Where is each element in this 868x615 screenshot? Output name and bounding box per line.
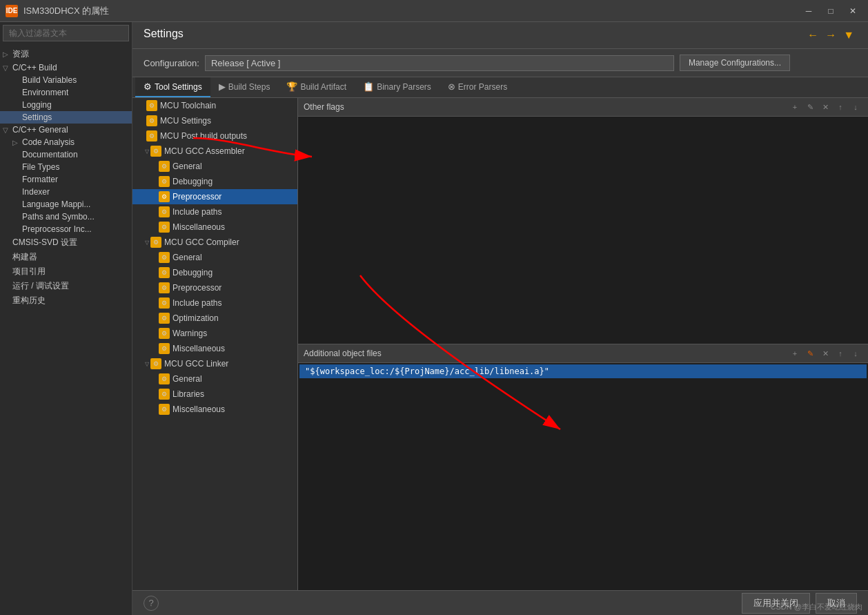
tree-item-label: MCU Toolchain [160,101,216,110]
sidebar-item-label: 构建器 [12,251,37,263]
sidebar-item-cpp-build[interactable]: ▽ C/C++ Build [0,61,132,74]
tree-asm-include-paths[interactable]: ⚙ Include paths [132,204,297,219]
sidebar-item-run-debug[interactable]: 运行 / 调试设置 [0,279,132,293]
nav-dropdown-button[interactable]: ▼ [840,28,857,43]
file-entry[interactable]: "${workspace_loc:/${ProjName}/acc_lib/li… [299,364,867,378]
bottom-left: ? [144,596,159,611]
tab-label: Error Parsers [458,82,507,92]
tab-error-parsers[interactable]: ⊗ Error Parsers [440,77,515,97]
tree-comp-general[interactable]: ⚙ General [132,250,297,265]
configuration-select[interactable]: Release [ Active ] [205,55,674,71]
tab-bar: ⚙ Tool Settings ▶ Build Steps 🏆 Build Ar… [132,77,868,98]
tree-item-label: MCU Post build outputs [160,131,247,141]
tree-mcu-gcc-linker[interactable]: ▽ ⚙ MCU GCC Linker [132,356,297,371]
tree-item-label: General [172,253,202,262]
tree-mcu-post-build[interactable]: ⚙ MCU Post build outputs [132,128,297,144]
tree-comp-warnings[interactable]: ⚙ Warnings [132,326,297,341]
tab-build-artifact[interactable]: 🏆 Build Artifact [278,77,355,97]
tab-binary-parsers[interactable]: 📋 Binary Parsers [355,77,440,97]
tree-item-label: Include paths [172,298,221,308]
settings-title: Settings [144,28,184,40]
tree-asm-debugging[interactable]: ⚙ Debugging [132,174,297,189]
sidebar-item-resources[interactable]: ▷ 资源 [0,47,132,61]
sidebar-item-code-analysis[interactable]: ▷ Code Analysis [0,136,132,148]
asm-include-paths-icon: ⚙ [159,206,170,217]
configuration-row: Configuration: Release [ Active ] Manage… [132,49,868,77]
mcu-gcc-linker-icon: ⚙ [150,358,161,369]
tree-mcu-toolchain[interactable]: ⚙ MCU Toolchain [132,98,297,113]
title-bar: IDE ISM330DHCX 的属性 ─ □ ✕ [0,0,868,22]
comp-misc-icon: ⚙ [159,343,170,354]
nav-back-button[interactable]: ← [805,28,821,43]
tree-asm-misc[interactable]: ⚙ Miscellaneous [132,219,297,235]
tree-comp-optimization[interactable]: ⚙ Optimization [132,311,297,326]
tool-tree-panel: ⚙ MCU Toolchain ⚙ MCU Settings ⚙ MCU Pos… [132,98,298,590]
sidebar-item-indexer[interactable]: Indexer [0,186,132,198]
manage-configurations-button[interactable]: Manage Configurations... [680,55,790,71]
sidebar-item-paths-symbols[interactable]: Paths and Symbo... [0,211,132,223]
sidebar-item-logging[interactable]: Logging [0,99,132,111]
additional-object-files-title: Additional object files [304,349,382,358]
other-flags-down-btn[interactable]: ↓ [849,101,862,113]
sidebar-item-builder[interactable]: 构建器 [0,250,132,264]
help-button[interactable]: ? [144,596,159,611]
other-flags-actions: + ✎ ✕ ↑ ↓ [788,101,862,113]
tree-mcu-gcc-compiler[interactable]: ▽ ⚙ MCU GCC Compiler [132,235,297,250]
asm-misc-icon: ⚙ [159,222,170,233]
tree-link-libraries[interactable]: ⚙ Libraries [132,387,297,402]
other-flags-delete-btn[interactable]: ✕ [818,101,832,113]
sidebar-item-build-variables[interactable]: Build Variables [0,74,132,86]
sidebar-item-project-ref[interactable]: 项目引用 [0,264,132,279]
obj-files-edit-btn[interactable]: ✎ [803,347,817,360]
obj-files-add-btn[interactable]: + [788,347,802,360]
sidebar-item-preprocessor-inc[interactable]: Preprocessor Inc... [0,223,132,235]
error-parsers-icon: ⊗ [448,81,455,92]
tree-mcu-gcc-assembler[interactable]: ▽ ⚙ MCU GCC Assembler [132,144,297,159]
tab-label: Build Steps [228,82,270,92]
tree-asm-preprocessor[interactable]: ⚙ Preprocessor [132,189,297,204]
sidebar-item-refactor[interactable]: 重构历史 [0,293,132,308]
sidebar-item-environment[interactable]: Environment [0,86,132,99]
filter-input[interactable] [3,25,129,41]
obj-files-up-btn[interactable]: ↑ [834,347,847,360]
tab-build-steps[interactable]: ▶ Build Steps [210,77,279,97]
tree-comp-misc[interactable]: ⚙ Miscellaneous [132,341,297,356]
tree-comp-include-paths[interactable]: ⚙ Include paths [132,295,297,311]
tree-item-label: MCU GCC Assembler [164,146,245,156]
sidebar-item-cmsis-svd[interactable]: CMSIS-SVD 设置 [0,235,132,250]
tree-comp-preprocessor[interactable]: ⚙ Preprocessor [132,280,297,295]
close-button[interactable]: ✕ [843,3,862,19]
tree-link-general[interactable]: ⚙ General [132,371,297,387]
other-flags-up-btn[interactable]: ↑ [834,101,847,113]
mcu-settings-icon: ⚙ [146,115,157,126]
tree-item-label: Libraries [172,389,204,399]
other-flags-content [298,117,868,344]
tree-mcu-settings[interactable]: ⚙ MCU Settings [132,113,297,128]
sidebar-item-file-types[interactable]: File Types [0,161,132,173]
nav-forward-button[interactable]: → [822,28,839,43]
expand-triangle-icon: ▽ [145,361,149,367]
tree-item-label: Miscellaneous [172,222,225,232]
other-flags-edit-btn[interactable]: ✎ [803,101,817,113]
sidebar-item-language-mapping[interactable]: Language Mappi... [0,198,132,211]
maximize-button[interactable]: □ [821,3,840,19]
sidebar-item-label: Paths and Symbo... [22,212,95,222]
obj-files-delete-btn[interactable]: ✕ [818,347,832,360]
tree-link-misc[interactable]: ⚙ Miscellaneous [132,402,297,417]
tree-asm-general[interactable]: ⚙ General [132,159,297,174]
obj-files-down-btn[interactable]: ↓ [849,347,862,360]
sidebar-item-documentation[interactable]: Documentation [0,148,132,161]
tree-item-label: Miscellaneous [172,344,225,353]
build-artifact-icon: 🏆 [286,81,297,92]
expand-triangle-icon: ▽ [145,148,149,155]
link-misc-icon: ⚙ [159,404,170,415]
tree-comp-debugging[interactable]: ⚙ Debugging [132,265,297,280]
mcu-gcc-assembler-icon: ⚙ [150,146,161,157]
sidebar-item-formatter[interactable]: Formatter [0,173,132,186]
tab-tool-settings[interactable]: ⚙ Tool Settings [135,77,210,97]
sidebar-item-settings[interactable]: Settings [0,111,132,124]
bottom-bar: ? 应用并关闭 取消 [132,590,868,615]
other-flags-add-btn[interactable]: + [788,101,802,113]
minimize-button[interactable]: ─ [799,3,818,19]
sidebar-item-cpp-general[interactable]: ▽ C/C++ General [0,124,132,136]
